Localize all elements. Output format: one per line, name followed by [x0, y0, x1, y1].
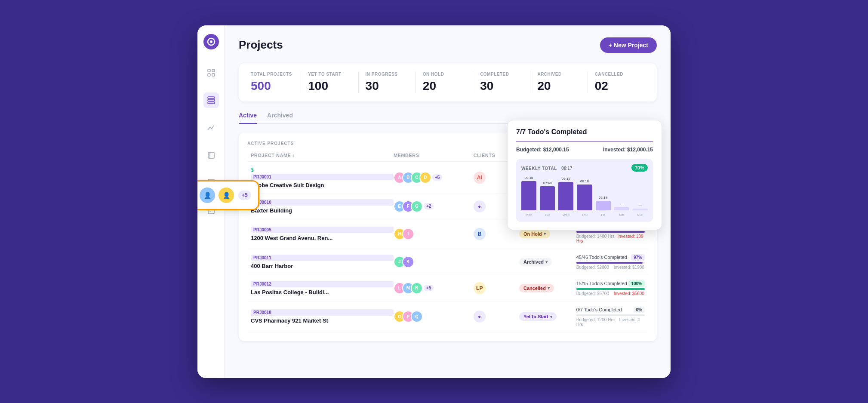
- project-cell-4: PRJ0012 Las Positas College - Buildi...: [251, 281, 394, 295]
- project-id-4: PRJ0012: [251, 281, 394, 287]
- stat-label-arch: ARCHIVED: [537, 72, 580, 77]
- stat-yet-to-start: YET TO START 100: [301, 72, 358, 93]
- status-label-5: Yet to Start: [523, 314, 548, 319]
- sidebar-item-analytics[interactable]: [203, 120, 219, 135]
- stat-total-projects: TOTAL PROJECTS 500: [251, 72, 301, 93]
- client-cell-5: ●: [474, 311, 519, 323]
- client-cell-4: LP: [474, 282, 519, 294]
- tooltip-invested: Invested: $12,000.15: [603, 147, 653, 153]
- members-cell-3: J K: [394, 256, 474, 268]
- client-avatar-0: Ai: [474, 172, 486, 184]
- app-logo: [203, 34, 219, 49]
- project-name-3[interactable]: 400 Barr Harbor: [251, 263, 394, 269]
- progress-bar-wrap-3: [576, 262, 645, 264]
- bar-days: MonTueWedThuFriSatSun: [521, 213, 648, 217]
- progress-bar-wrap-5: [576, 314, 645, 316]
- progress-pct-badge-3: 97%: [631, 254, 645, 261]
- stat-value-ip: 30: [366, 79, 409, 93]
- weekly-labels: WEEKLY TOTAL 08:17: [521, 164, 572, 172]
- stat-value-oh: 20: [423, 79, 466, 93]
- avatar: G: [411, 200, 423, 212]
- table-row: PRJ0012 Las Positas College - Buildi... …: [247, 275, 648, 301]
- stat-archived: ARCHIVED 20: [530, 72, 588, 93]
- col-project-name: PROJECT NAME ↑: [251, 153, 394, 158]
- status-cell-2: On Hold ▾: [519, 230, 576, 238]
- progress-budget-5: Budgeted: 1200 Hrs Invested: 0 Hrs: [576, 317, 645, 327]
- progress-budget-3: Budgeted: $2000 Invested: $1900: [576, 265, 645, 270]
- status-badge-2[interactable]: On Hold ▾: [519, 230, 550, 238]
- member-avatars-1: E F G: [394, 200, 419, 212]
- bar-day-label: Tue: [540, 213, 555, 217]
- member-avatars-0: A B C D: [394, 172, 428, 184]
- bar-rect: [614, 207, 629, 210]
- client-avatar-1: ●: [474, 200, 486, 212]
- bar-col: —: [614, 202, 629, 210]
- dollar-icon-0: $: [251, 167, 393, 173]
- bar-col: 07:48: [540, 181, 555, 210]
- progress-todos-4: 15/15 Todo's Completed: [576, 281, 627, 286]
- project-cell-0: $ PRJ0001 Adobe Creative Suit Design: [251, 167, 394, 188]
- progress-bar-wrap-2: [576, 231, 645, 233]
- bar-col: 09:18: [521, 176, 536, 210]
- progress-cell-5: 0/7 Todo's Completed 0% Budgeted: 1200 H…: [576, 307, 645, 327]
- sidebar-item-projects[interactable]: [203, 92, 219, 108]
- stat-cancelled: CANCELLED 02: [588, 72, 645, 93]
- svg-rect-8: [208, 102, 215, 104]
- members-cell-0: A B C D +5: [394, 172, 474, 184]
- tab-active[interactable]: Active: [239, 112, 257, 124]
- stat-label-yts: YET TO START: [308, 72, 351, 77]
- status-badge-3[interactable]: Archived ▾: [519, 258, 552, 266]
- progress-bar-wrap-4: [576, 288, 645, 290]
- project-cell-1: PRJ0010 Baxter Building: [251, 199, 394, 214]
- bar-time-label: 09:12: [562, 177, 570, 181]
- bar-col: —: [633, 203, 648, 210]
- project-name-2[interactable]: 1200 West Grand Avenu. Ren...: [251, 235, 394, 241]
- bar-day-label: Wed: [558, 213, 573, 217]
- project-name-1[interactable]: Baxter Building: [251, 207, 394, 214]
- avatar: I: [402, 228, 414, 240]
- stat-label-comp: COMPLETED: [480, 72, 523, 77]
- project-cell-2: PRJ0005 1200 West Grand Avenu. Ren...: [251, 227, 394, 241]
- project-id-0: PRJ0001: [251, 174, 394, 180]
- progress-cell-3: 45/46 Todo's Completed 97% Budgeted: $20…: [576, 254, 645, 270]
- member-avatars-5: O P Q: [394, 311, 419, 323]
- client-avatar-5: ●: [474, 311, 486, 323]
- progress-pct-badge-4: 100%: [628, 280, 645, 287]
- tooltip-budget-row: Budgeted: $12,000.15 Invested: $12,000.1…: [516, 147, 653, 153]
- more-badge-0: +5: [432, 174, 442, 181]
- progress-cell-4: 15/15 Todo's Completed 100% Budgeted: $5…: [576, 280, 645, 296]
- stat-in-progress: IN PROGRESS 30: [359, 72, 416, 93]
- col-members: MEMBERS: [394, 153, 474, 158]
- svg-rect-9: [208, 152, 214, 158]
- status-badge-5[interactable]: Yet to Start ▾: [519, 312, 557, 321]
- bar-col: 08:18: [577, 179, 592, 210]
- tooltip-card: 7/7 Todo's Completed Budgeted: $12,000.1…: [507, 120, 662, 230]
- bar-day-label: Thu: [577, 213, 592, 217]
- bar-time-label: 09:18: [525, 176, 533, 180]
- float-avatar-3: 👤: [218, 187, 235, 204]
- project-name-4[interactable]: Las Positas College - Buildi...: [251, 289, 394, 295]
- bar-col: 02:18: [596, 196, 611, 210]
- status-cell-5: Yet to Start ▾: [519, 312, 576, 321]
- project-cell-3: PRJ0011 400 Barr Harbor: [251, 255, 394, 269]
- bar-day-label: Mon: [521, 213, 536, 217]
- left-float-card: 👤 👤 👤 +5: [197, 180, 259, 210]
- member-avatars-4: L M N: [394, 282, 419, 294]
- more-badge-4: +5: [424, 285, 434, 291]
- tooltip-title: 7/7 Todo's Completed: [516, 128, 653, 142]
- sidebar-item-files[interactable]: [203, 148, 219, 163]
- project-name-0[interactable]: Adobe Creative Suit Design: [251, 182, 394, 188]
- sidebar-item-dashboard[interactable]: [203, 65, 219, 80]
- new-project-button[interactable]: + New Project: [600, 37, 657, 53]
- members-cell-1: E F G +2: [394, 200, 474, 212]
- status-badge-4[interactable]: Cancelled ▾: [519, 284, 554, 292]
- bar-time-label: 02:18: [599, 196, 607, 200]
- project-name-5[interactable]: CVS Pharmacy 921 Market St: [251, 317, 394, 324]
- page-title: Projects: [239, 38, 283, 52]
- avatar: N: [411, 282, 423, 294]
- progress-bar-fill-3: [576, 262, 643, 264]
- status-label-3: Archived: [523, 259, 544, 265]
- bar-time-label: —: [638, 203, 642, 207]
- progress-todos-3: 45/46 Todo's Completed: [576, 255, 627, 260]
- tab-archived[interactable]: Archived: [267, 112, 293, 124]
